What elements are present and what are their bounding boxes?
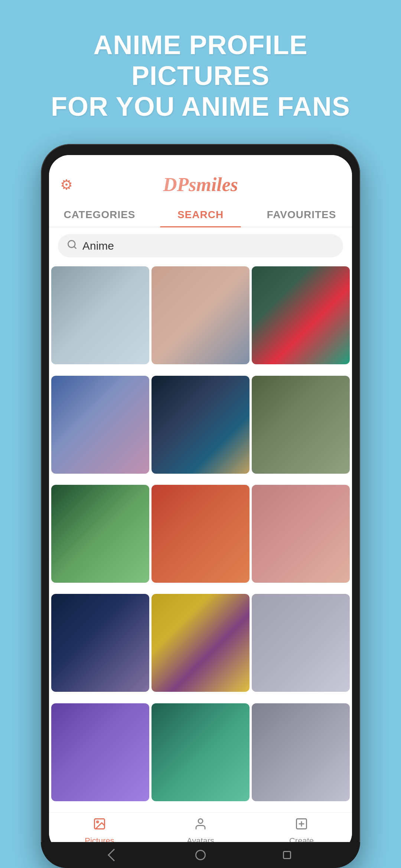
grid-item-13[interactable]	[51, 703, 149, 801]
grid-item-2[interactable]	[151, 266, 250, 364]
phone-screen: ⚙ DPsmiles CATEGORIES SEARCH FAVOURITES …	[49, 155, 352, 853]
tab-search[interactable]: SEARCH	[150, 203, 251, 227]
pictures-icon	[93, 817, 106, 834]
app-header: ⚙ DPsmiles	[49, 170, 352, 195]
grid-item-6[interactable]	[252, 376, 350, 474]
grid-item-9[interactable]	[252, 485, 350, 583]
svg-point-3	[97, 821, 99, 823]
grid-item-3[interactable]	[252, 266, 350, 364]
grid-item-12[interactable]	[252, 594, 350, 692]
nav-create[interactable]: Create	[251, 817, 352, 846]
android-back-button[interactable]	[107, 848, 121, 862]
svg-line-1	[74, 247, 76, 249]
grid-item-4[interactable]	[51, 376, 149, 474]
status-bar	[49, 155, 352, 170]
grid-item-1[interactable]	[51, 266, 149, 364]
phone-mockup: ⚙ DPsmiles CATEGORIES SEARCH FAVOURITES …	[41, 144, 360, 868]
grid-item-8[interactable]	[151, 485, 250, 583]
tab-navigation: CATEGORIES SEARCH FAVOURITES	[49, 195, 352, 227]
grid-item-15[interactable]	[252, 703, 350, 801]
app-logo: DPsmiles	[163, 174, 238, 195]
search-bar: Anime	[49, 227, 352, 264]
search-input-wrap[interactable]: Anime	[58, 234, 343, 257]
create-icon	[295, 817, 308, 834]
android-home-button[interactable]	[194, 848, 207, 862]
grid-item-7[interactable]	[51, 485, 149, 583]
grid-item-5[interactable]	[151, 376, 250, 474]
settings-icon[interactable]: ⚙	[60, 177, 73, 193]
image-grid	[49, 264, 352, 812]
tab-categories[interactable]: CATEGORIES	[49, 203, 150, 227]
android-recent-button[interactable]	[280, 848, 294, 862]
page-title: ANIME PROFILE PICTURES FOR YOU ANIME FAN…	[0, 0, 401, 144]
grid-item-10[interactable]	[51, 594, 149, 692]
svg-point-4	[198, 819, 203, 823]
nav-avatars[interactable]: Avatars	[150, 817, 251, 846]
android-nav-bar	[41, 842, 360, 868]
search-value[interactable]: Anime	[82, 240, 114, 252]
tab-favourites[interactable]: FAVOURITES	[251, 203, 352, 227]
nav-pictures[interactable]: Pictures	[49, 817, 150, 846]
grid-item-11[interactable]	[151, 594, 250, 692]
avatars-icon	[194, 817, 207, 834]
search-icon	[67, 239, 77, 252]
grid-item-14[interactable]	[151, 703, 250, 801]
